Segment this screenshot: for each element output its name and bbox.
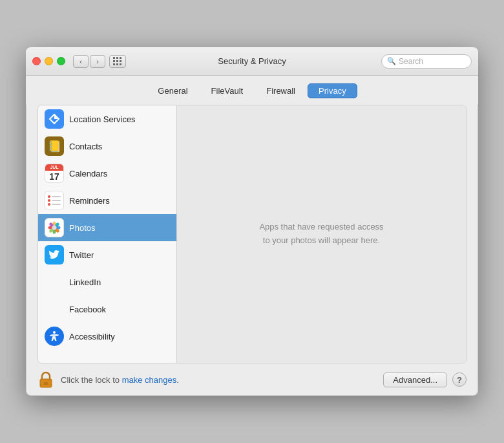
sidebar-label-facebook: Facebook (69, 305, 106, 314)
tab-firewall[interactable]: Firewall (255, 83, 306, 98)
sidebar-label-accessibility: Accessibility (69, 332, 115, 341)
help-button[interactable]: ? (452, 373, 467, 387)
svg-rect-14 (44, 382, 48, 385)
sidebar-label-photos: Photos (69, 223, 95, 233)
location-services-icon (45, 109, 64, 129)
linkedin-icon (45, 272, 64, 292)
sidebar-item-contacts[interactable]: 📒 Contacts (38, 133, 176, 160)
titlebar: ‹ › Security & Privacy 🔍 Search (26, 47, 478, 76)
sidebar-item-location-services[interactable]: Location Services (38, 105, 176, 133)
maximize-button[interactable] (57, 57, 65, 65)
calendar-day: 17 (45, 171, 63, 182)
sidebar-item-facebook[interactable]: Facebook (38, 296, 176, 323)
main-window: ‹ › Security & Privacy 🔍 Search General … (26, 47, 478, 396)
search-placeholder: Search (399, 57, 423, 66)
sidebar-item-reminders[interactable]: Reminders (38, 187, 176, 214)
placeholder-line1: Apps that have requested access (259, 222, 383, 232)
lock-text: Click the lock to make changes. (61, 375, 179, 385)
back-button[interactable]: ‹ (73, 55, 89, 68)
grid-icon (113, 57, 122, 66)
search-bar[interactable]: 🔍 Search (381, 54, 472, 69)
grid-button[interactable] (109, 55, 126, 68)
sidebar-label-calendars: Calendars (69, 169, 107, 178)
svg-point-12 (53, 331, 56, 334)
sidebar-label-twitter: Twitter (69, 250, 94, 260)
lock-icon[interactable] (37, 371, 54, 388)
sidebar-item-calendars[interactable]: JUL 17 Calendars (38, 160, 176, 187)
tab-privacy[interactable]: Privacy (308, 83, 357, 98)
facebook-icon (45, 299, 64, 319)
lock-link[interactable]: make changes (122, 375, 177, 385)
photos-icon (45, 218, 64, 237)
tab-filevault[interactable]: FileVault (200, 83, 255, 98)
sidebar-label-location-services: Location Services (69, 114, 136, 124)
sidebar-item-twitter[interactable]: Twitter (38, 241, 176, 268)
forward-button[interactable]: › (90, 55, 105, 68)
svg-point-11 (52, 226, 57, 230)
twitter-icon (45, 245, 64, 265)
search-icon: 🔍 (387, 57, 396, 65)
reminders-icon (45, 191, 64, 210)
sidebar-item-accessibility[interactable]: Accessibility (38, 323, 176, 350)
traffic-lights (32, 57, 65, 65)
contacts-icon: 📒 (45, 136, 64, 156)
sidebar-label-linkedin: LinkedIn (69, 277, 101, 287)
calendars-icon: JUL 17 (45, 164, 64, 183)
nav-buttons: ‹ › (73, 55, 105, 68)
bottom-bar: Click the lock to make changes. Advanced… (26, 363, 478, 396)
main-content: Location Services 📒 Contacts JUL 17 Cale… (37, 105, 467, 363)
right-panel: Apps that have requested access to your … (177, 105, 466, 363)
placeholder-message: Apps that have requested access to your … (259, 221, 383, 248)
close-button[interactable] (32, 57, 41, 65)
sidebar-label-reminders: Reminders (69, 196, 110, 206)
sidebar-label-contacts: Contacts (69, 142, 102, 151)
sidebar: Location Services 📒 Contacts JUL 17 Cale… (38, 105, 177, 363)
tabs-bar: General FileVault Firewall Privacy (26, 76, 478, 105)
minimize-button[interactable] (45, 57, 53, 65)
sidebar-item-photos[interactable]: Photos (38, 214, 176, 241)
advanced-button[interactable]: Advanced... (383, 373, 447, 387)
sidebar-item-linkedin[interactable]: LinkedIn (38, 268, 176, 296)
calendar-month: JUL (45, 164, 63, 171)
accessibility-icon (45, 327, 64, 346)
tab-general[interactable]: General (147, 83, 198, 98)
bottom-right: Advanced... ? (383, 373, 467, 387)
placeholder-line2: to your photos will appear here. (263, 235, 380, 245)
window-title: Security & Privacy (218, 56, 286, 66)
